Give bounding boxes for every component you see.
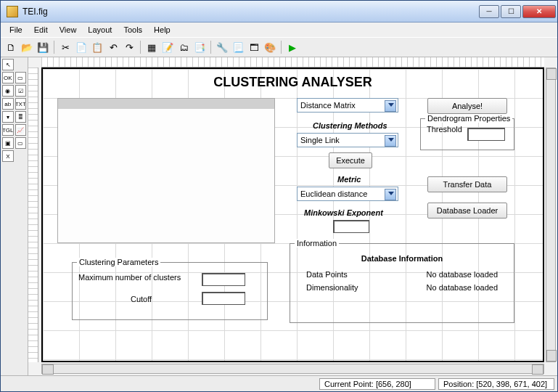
align-icon[interactable]: ▦ [144,40,159,54]
menu-edit[interactable]: Edit [28,24,54,36]
menubar: File Edit View Layout Tools Help [1,23,557,37]
editor-icon[interactable]: 📝 [160,40,175,54]
menu-editor-icon[interactable]: 🗂 [176,40,191,54]
max-clusters-label: Maximum number of clusters [78,273,181,282]
status-position: Position: [520, 398, 671, 402] [438,378,554,390]
max-clusters-input[interactable] [202,273,245,286]
clustering-params-fieldset: Clustering Parameters Maximum number of … [72,262,268,320]
ruler-vertical [28,68,38,362]
menu-file[interactable]: File [4,24,28,36]
menu-tools[interactable]: Tools [118,24,148,36]
run-icon[interactable]: ▶ [285,40,300,54]
copy-icon[interactable]: 📄 [74,40,89,54]
app-icon [7,6,18,17]
clustering-params-legend: Clustering Parameters [77,258,160,266]
metric-label: Metric [337,175,361,184]
threshold-label: Threshold [427,125,462,134]
palette-icon[interactable]: 🎨 [263,40,277,54]
statusbar: Current Point: [656, 280] Position: [520… [1,375,557,391]
buttongroup-tool-icon[interactable]: ▭ [15,137,27,149]
panel-tool-icon[interactable]: ▣ [2,137,14,149]
ruler-horizontal [41,57,544,68]
dimensionality-label: Dimensionality [306,283,358,292]
app-window: TEI.fig ─ ☐ ✕ File Edit View Layout Tool… [0,0,558,392]
titlebar: TEI.fig ─ ☐ ✕ [1,1,557,23]
minkowski-input[interactable] [333,220,369,233]
slider-tool-icon[interactable]: ▭ [15,72,27,83]
method-value: Single Link [300,136,340,144]
browser-icon[interactable]: 🗔 [247,40,261,54]
status-current-point: Current Point: [656, 280] [319,378,435,390]
activex-tool-icon[interactable]: X [2,150,14,162]
information-fieldset: Information Database Information Data Po… [290,243,514,323]
edit-tool-icon[interactable]: ab [2,98,14,110]
toggle-tool-icon[interactable]: TGL [2,124,14,136]
minimize-button[interactable]: ─ [479,5,499,18]
new-icon[interactable]: 🗋 [4,40,18,54]
checkbox-tool-icon[interactable]: ☑ [15,85,27,97]
datapoints-label: Data Points [306,270,348,279]
window-title: TEI.fig [22,7,477,17]
page-title: CLUSTERING ANALYSER [43,75,543,90]
scrollbar-vertical[interactable] [546,68,556,362]
popup-tool-icon[interactable]: ▾ [2,111,14,123]
toolbar-editor-icon[interactable]: 🔧 [215,40,229,54]
component-palette: ↖ OK ▭ ◉ ☑ ab TXT ▾ ≣ TGL 📈 ▣ [1,57,28,375]
menu-layout[interactable]: Layout [82,24,118,36]
clustering-methods-label: Clustering Methods [313,121,387,130]
method-select[interactable]: Single Link [297,133,398,147]
information-legend: Information [295,239,339,248]
scrollbar-horizontal[interactable] [41,364,544,374]
redo-icon[interactable]: ↷ [122,40,136,54]
menu-help[interactable]: Help [148,24,176,36]
paste-icon[interactable]: 📋 [90,40,104,54]
transfer-data-button[interactable]: Transfer Data [427,176,507,192]
menu-view[interactable]: View [54,24,83,36]
open-icon[interactable]: 📂 [20,40,34,54]
threshold-input[interactable] [467,128,505,141]
maximize-button[interactable]: ☐ [501,5,521,18]
toolbar: 🗋 📂 💾 ✂ 📄 📋 ↶ ↷ ▦ 📝 🗂 📑 🔧 📃 🗔 🎨 ▶ [1,37,557,57]
canvas-area: CLUSTERING ANALYSER Distance Matrix Clus… [28,57,557,375]
design-surface[interactable]: CLUSTERING ANALYSER Distance Matrix Clus… [41,68,544,362]
listbox-tool-icon[interactable]: ≣ [15,111,27,123]
axes-tool-icon[interactable]: 📈 [15,124,27,136]
database-loader-button[interactable]: Database Loader [427,203,507,219]
distance-matrix-select[interactable]: Distance Matrix [297,98,398,113]
datapoints-value: No database loaded [427,270,498,279]
pushbutton-tool-icon[interactable]: OK [2,72,14,83]
property-icon[interactable]: 📃 [231,40,245,54]
analyse-button[interactable]: Analyse! [427,98,507,114]
text-tool-icon[interactable]: TXT [15,98,27,110]
database-info-header: Database Information [296,254,508,263]
axes-placeholder[interactable] [57,98,275,243]
body-area: ↖ OK ▭ ◉ ☑ ab TXT ▾ ≣ TGL 📈 ▣ [1,57,557,375]
radio-tool-icon[interactable]: ◉ [2,85,14,97]
dimensionality-value: No database loaded [427,283,498,292]
metric-value: Euclidean distance [300,189,367,198]
close-button[interactable]: ✕ [522,5,556,18]
cut-icon[interactable]: ✂ [58,40,73,54]
execute-button[interactable]: Execute [329,152,372,168]
cutoff-input[interactable] [202,292,245,305]
distance-matrix-value: Distance Matrix [300,101,356,110]
dendrogram-fieldset: Dendrogram Properties Threshold [420,118,514,150]
cutoff-label: Cutoff [131,295,152,303]
undo-icon[interactable]: ↶ [106,40,120,54]
pointer-tool-icon[interactable]: ↖ [2,59,14,70]
metric-select[interactable]: Euclidean distance [297,187,398,201]
minkowski-label: Minkowski Exponent [304,208,383,217]
save-icon[interactable]: 💾 [36,40,50,54]
dendrogram-legend: Dendrogram Properties [425,114,512,123]
tab-editor-icon[interactable]: 📑 [192,40,207,54]
